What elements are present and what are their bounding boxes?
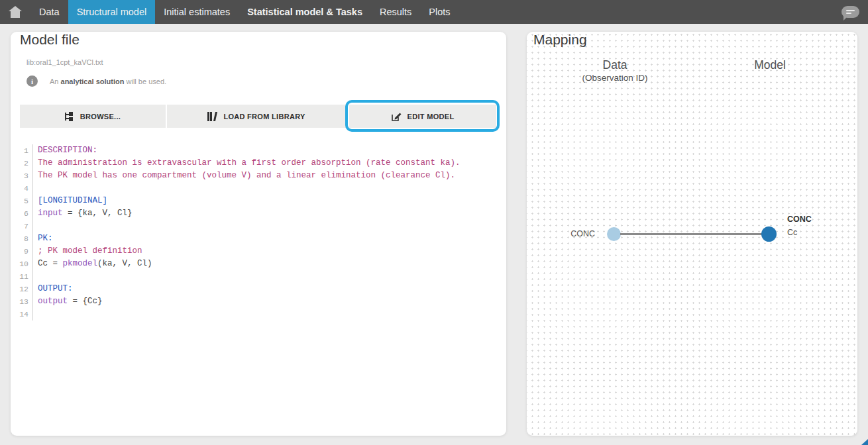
model-file-title: Model file (20, 32, 80, 48)
mapping-title: Mapping (533, 32, 587, 48)
line-number: 2 (13, 157, 33, 170)
code-token: output (38, 297, 68, 306)
code-line-text (33, 270, 38, 283)
tab-statistical-model-tasks[interactable]: Statistical model & Tasks (239, 0, 371, 24)
model-file-path: lib:oral1_1cpt_kaVCl.txt (27, 58, 103, 66)
file-browse-icon (65, 112, 74, 121)
home-icon (9, 6, 22, 18)
model-code-editor[interactable]: 1DESCRIPTION:2The administration is extr… (13, 144, 502, 321)
tab-initial-estimates[interactable]: Initial estimates (155, 0, 239, 24)
code-token: pkmodel (63, 259, 98, 268)
code-line-text: ; PK model definition (33, 245, 142, 258)
line-number: 13 (13, 295, 33, 308)
library-books-icon (207, 112, 217, 121)
chat-line (846, 13, 851, 14)
code-line: 3The PK model has one compartment (volum… (13, 170, 502, 182)
mapping-model-node[interactable] (761, 226, 777, 242)
edit-model-button-label: EDIT MODEL (407, 113, 455, 121)
top-nav: DataStructural modelInitial estimatesSta… (0, 0, 868, 24)
info-note-bold: analytical solution (61, 77, 125, 85)
code-token: input (38, 209, 63, 218)
edit-pencil-icon (392, 112, 402, 121)
code-line-text (33, 182, 38, 195)
info-note-text: An analytical solution will be used. (50, 77, 166, 85)
line-number: 11 (13, 270, 33, 283)
browse-button-label: BROWSE... (80, 113, 121, 121)
chat-line (846, 10, 855, 11)
code-token: DESCRIPTION: (38, 146, 97, 155)
model-file-panel: Model file lib:oral1_1cpt_kaVCl.txt i An… (11, 32, 506, 436)
code-line: 8PK: (13, 232, 502, 245)
mapping-panel: Mapping Data (Observation ID) Model CONC… (527, 32, 857, 436)
code-line-text: Cc = pkmodel(ka, V, Cl) (33, 258, 152, 270)
mapping-data-column-header: Data (542, 58, 688, 72)
code-line: 5[LONGITUDINAL] (13, 195, 502, 207)
mapping-data-label: CONC (527, 229, 595, 238)
code-line-text: output = {Cc} (33, 295, 103, 308)
corner-artifact (861, 439, 868, 445)
line-number: 1 (13, 144, 33, 157)
nav-tabs: DataStructural modelInitial estimatesSta… (30, 0, 459, 24)
code-token: PK: (38, 234, 53, 243)
tab-results[interactable]: Results (371, 0, 420, 24)
line-number: 3 (13, 170, 33, 182)
code-token: ; PK model definition (38, 246, 142, 256)
line-number: 5 (13, 195, 33, 207)
code-token: Cc = (38, 259, 63, 268)
code-line: 1DESCRIPTION: (13, 144, 502, 157)
line-number: 10 (13, 258, 33, 270)
line-number: 6 (13, 207, 33, 220)
home-button[interactable] (0, 0, 30, 24)
line-number: 14 (13, 308, 33, 321)
line-number: 4 (13, 182, 33, 195)
mapping-observation-id-subheader: (Observation ID) (542, 73, 688, 83)
code-line-text: PK: (33, 232, 53, 245)
line-number: 9 (13, 245, 33, 258)
code-token: The PK model has one compartment (volume… (38, 171, 455, 180)
code-line-text: input = {ka, V, Cl} (33, 207, 133, 220)
code-line: 7 (13, 220, 502, 232)
code-line-text: DESCRIPTION: (33, 144, 97, 157)
code-token: = {ka, V, Cl} (63, 209, 133, 218)
code-token: [LONGITUDINAL] (38, 196, 107, 205)
code-line-text: [LONGITUDINAL] (33, 195, 107, 207)
info-note-suffix: will be used. (124, 77, 166, 85)
code-line-text: The administration is extravascular with… (33, 157, 461, 170)
mapping-model-output: Cc (787, 228, 797, 237)
code-line-text: The PK model has one compartment (volume… (33, 170, 455, 182)
analytical-solution-note: i An analytical solution will be used. (27, 75, 166, 87)
code-line: 11 (13, 270, 502, 283)
line-number: 8 (13, 232, 33, 245)
mapping-row: CONCCONCCc (527, 32, 857, 436)
chat-bubble-icon[interactable] (841, 6, 859, 18)
info-note-prefix: An (50, 77, 61, 85)
code-token: The administration is extravascular with… (38, 158, 461, 168)
tab-plots[interactable]: Plots (420, 0, 459, 24)
mapping-data-node[interactable] (607, 227, 621, 241)
info-icon: i (27, 75, 38, 87)
code-line-text (33, 220, 38, 232)
browse-button[interactable]: BROWSE... (20, 105, 166, 128)
load-from-library-button-label: LOAD FROM LIBRARY (223, 113, 305, 121)
code-line-text: OUTPUT: (33, 283, 73, 295)
code-token: (ka, V, Cl) (97, 259, 152, 268)
tab-data[interactable]: Data (30, 0, 68, 24)
code-line: 10Cc = pkmodel(ka, V, Cl) (13, 258, 502, 270)
mapping-model-column-header: Model (704, 58, 836, 72)
code-line: 14 (13, 308, 502, 321)
mapping-connector-line (620, 233, 763, 235)
code-line: 2The administration is extravascular wit… (13, 157, 502, 170)
code-token: OUTPUT: (38, 284, 73, 293)
code-line: 4 (13, 182, 502, 195)
line-number: 7 (13, 220, 33, 232)
code-line: 13output = {Cc} (13, 295, 502, 308)
tab-structural-model[interactable]: Structural model (68, 0, 156, 24)
code-line: 9; PK model definition (13, 245, 502, 258)
code-line: 6input = {ka, V, Cl} (13, 207, 502, 220)
load-from-library-button[interactable]: LOAD FROM LIBRARY (167, 105, 346, 128)
edit-model-button[interactable]: EDIT MODEL (349, 105, 496, 128)
mapping-model-name: CONC (787, 215, 812, 224)
code-token: = {Cc} (68, 297, 103, 306)
code-line: 12OUTPUT: (13, 283, 502, 295)
line-number: 12 (13, 283, 33, 295)
